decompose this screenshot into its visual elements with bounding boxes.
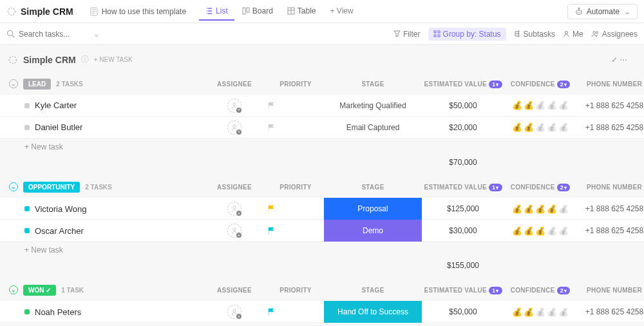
status-pill[interactable]: WON ✓ <box>23 285 56 296</box>
stage-chip[interactable]: Demo <box>324 220 422 242</box>
subtasks-button[interactable]: Subtasks <box>514 30 555 39</box>
svg-point-21 <box>233 102 236 105</box>
money-bag-icon: 💰 <box>512 122 522 132</box>
svg-point-14 <box>517 31 518 32</box>
add-task-row[interactable]: + New task <box>0 242 644 258</box>
money-bag-icon: 💰 <box>535 122 545 132</box>
money-bag-icon: 💰 <box>512 204 522 214</box>
chevron-down-icon[interactable]: ⌄ <box>93 30 100 39</box>
task-row[interactable]: Noah Peters+Hand Off to Success$50,000💰💰… <box>0 301 644 323</box>
status-square-icon <box>24 228 30 233</box>
task-name: Noah Peters <box>35 307 81 317</box>
status-square-icon <box>24 103 30 108</box>
stage-chip[interactable]: Proposal <box>324 198 422 220</box>
tab-list[interactable]: List <box>199 3 234 21</box>
svg-point-18 <box>592 32 595 34</box>
assignee-avatar[interactable]: + <box>227 202 242 216</box>
phone-cell: +1 888 625 4258 <box>576 204 644 213</box>
svg-point-6 <box>577 12 578 13</box>
assignee-avatar[interactable]: + <box>227 224 242 238</box>
breadcrumb: Simple CRM <box>23 55 76 65</box>
svg-rect-11 <box>434 35 436 37</box>
new-task-top[interactable]: + NEW TASK <box>94 56 133 63</box>
collapse-icon[interactable]: ⌄ <box>9 79 18 88</box>
confidence-cell: 💰💰💰💰💰 <box>505 101 576 110</box>
svg-point-15 <box>517 33 518 34</box>
group-header: ⌄WON ✓1 TASKASSIGNEEPRIORITYSTAGEESTIMAT… <box>0 279 644 301</box>
svg-point-0 <box>8 8 15 15</box>
tab-add-view[interactable]: + View <box>324 3 360 21</box>
check-menu-icon[interactable]: ✓ ⋯ <box>611 55 636 64</box>
priority-flag-icon[interactable] <box>267 226 325 235</box>
add-task-row[interactable]: + New task <box>0 323 644 326</box>
assignee-avatar[interactable]: + <box>227 120 242 135</box>
group-header: ⌄LEAD2 TASKSASSIGNEEPRIORITYSTAGEESTIMAT… <box>0 73 644 95</box>
svg-rect-13 <box>438 35 440 37</box>
svg-point-22 <box>233 124 236 127</box>
estimated-value: $50,000 <box>421 101 505 110</box>
task-count: 2 TASKS <box>85 184 112 191</box>
robot-icon <box>574 7 583 16</box>
filter-button[interactable]: Filter <box>393 30 421 39</box>
phone-cell: +1 888 625 4258 <box>576 101 644 110</box>
phone-cell: +1 888 625 4258 <box>576 123 644 132</box>
svg-point-16 <box>517 35 518 37</box>
svg-rect-3 <box>247 8 249 12</box>
money-bag-icon: 💰 <box>535 204 545 214</box>
assignee-avatar[interactable]: + <box>227 99 242 113</box>
collapse-icon[interactable]: ⌄ <box>9 285 18 294</box>
status-pill[interactable]: OPPORTUNITY <box>23 182 80 193</box>
confidence-cell: 💰💰💰💰💰 <box>505 204 576 214</box>
phone-cell: +1 888 625 4258 <box>576 226 644 235</box>
add-task-row[interactable]: + New task <box>0 139 644 155</box>
task-row[interactable]: Daniel Butler+Email Captured$20,000💰💰💰💰💰… <box>0 117 644 139</box>
group-total: $155,000 <box>0 258 644 273</box>
task-row[interactable]: Victoria Wong+Proposal$125,000💰💰💰💰💰+1 88… <box>0 198 644 220</box>
svg-point-7 <box>579 12 580 13</box>
collapse-icon[interactable]: ⌄ <box>9 182 18 191</box>
how-to-link[interactable]: How to use this template <box>84 6 191 17</box>
stage-text[interactable]: Email Captured <box>325 123 421 132</box>
priority-flag-icon[interactable] <box>267 123 325 132</box>
priority-flag-icon[interactable] <box>267 101 325 110</box>
group-lead: ⌄LEAD2 TASKSASSIGNEEPRIORITYSTAGEESTIMAT… <box>0 73 644 169</box>
money-bag-icon: 💰 <box>558 226 569 236</box>
assignees-button[interactable]: Assignees <box>591 30 638 39</box>
table-icon <box>287 7 295 15</box>
person-icon <box>563 30 570 37</box>
assignee-avatar[interactable]: + <box>227 305 242 319</box>
money-bag-icon: 💰 <box>547 307 557 317</box>
task-row[interactable]: Oscar Archer+Demo$30,000💰💰💰💰💰+1 888 625 … <box>0 220 644 242</box>
group-by-button[interactable]: Group by: Status <box>428 28 506 41</box>
money-bag-icon: 💰 <box>547 101 557 110</box>
tab-board[interactable]: Board <box>236 3 279 21</box>
status-square-icon <box>24 125 30 130</box>
me-button[interactable]: Me <box>563 30 583 39</box>
confidence-cell: 💰💰💰💰💰 <box>505 122 576 132</box>
svg-point-24 <box>233 228 236 231</box>
money-bag-icon: 💰 <box>547 204 557 214</box>
info-icon[interactable]: ⓘ <box>81 54 89 65</box>
svg-point-9 <box>8 31 13 36</box>
money-bag-icon: 💰 <box>558 307 569 317</box>
group-opportunity: ⌄OPPORTUNITY2 TASKSASSIGNEEPRIORITYSTAGE… <box>0 176 644 273</box>
group-icon <box>433 30 440 37</box>
money-bag-icon: 💰 <box>547 122 557 132</box>
stage-text[interactable]: Marketing Qualified <box>325 101 421 110</box>
search-input[interactable] <box>19 30 90 39</box>
automate-button[interactable]: Automate ⌄ <box>567 4 638 19</box>
svg-rect-10 <box>434 31 436 33</box>
money-bag-icon: 💰 <box>547 226 557 236</box>
money-bag-icon: 💰 <box>524 226 534 236</box>
status-pill[interactable]: LEAD <box>23 79 51 90</box>
task-name: Daniel Butler <box>35 122 82 132</box>
priority-flag-icon[interactable] <box>267 204 325 213</box>
money-bag-icon: 💰 <box>535 307 545 317</box>
group-total: $70,000 <box>0 155 644 169</box>
stage-chip[interactable]: Hand Off to Success <box>324 301 422 323</box>
tab-table[interactable]: Table <box>281 3 323 21</box>
estimated-value: $50,000 <box>421 307 505 316</box>
priority-flag-icon[interactable] <box>267 307 325 316</box>
subtasks-icon <box>514 30 521 37</box>
task-row[interactable]: Kyle Carter+Marketing Qualified$50,000💰💰… <box>0 95 644 117</box>
